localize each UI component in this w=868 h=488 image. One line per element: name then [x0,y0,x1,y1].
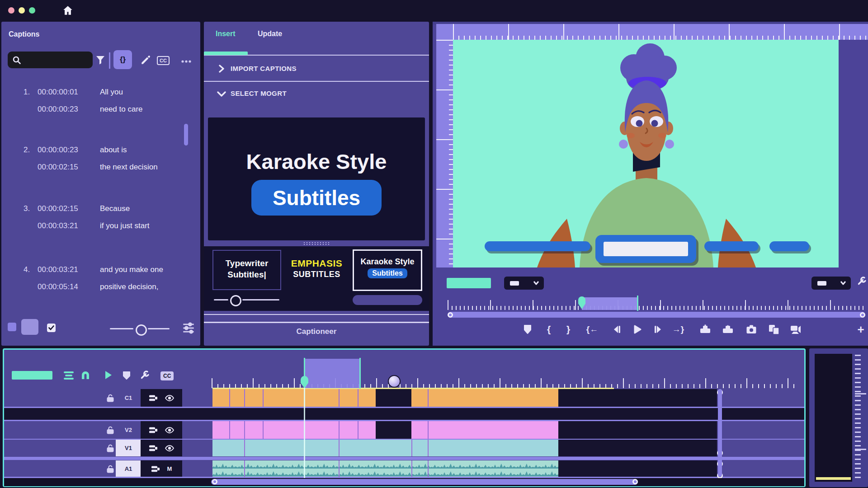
selection-arrow-icon[interactable] [103,370,113,380]
timeline-ruler[interactable] [212,378,797,388]
video-canvas[interactable] [453,40,839,267]
caption-row[interactable]: 2. 00:00:00:23 00:00:02:15 about is the … [1,145,200,174]
add-button-icon[interactable]: + [855,324,867,335]
track-target-icon[interactable] [149,394,158,402]
wrench-settings-icon[interactable] [140,370,151,380]
pencil-edit-icon[interactable] [140,53,152,66]
track-target-icon[interactable] [149,427,158,434]
video-clip[interactable] [212,440,558,456]
caption-row[interactable]: 3. 00:00:02:15 00:00:03:21 Because if yo… [1,204,200,232]
caption-braces-button[interactable]: {} [113,50,132,69]
mark-out-icon[interactable]: } [562,324,574,335]
hscroll-handle-right[interactable] [632,479,638,484]
tab-insert[interactable]: Insert [216,30,236,38]
zoom-slider-track-right[interactable] [148,328,170,329]
minimize-window-button[interactable] [19,7,25,14]
comparison-view-icon[interactable] [768,324,780,335]
timeline-hscroll-track[interactable] [4,478,804,486]
zoom-window-button[interactable] [29,7,35,14]
play-icon[interactable] [631,324,643,335]
go-to-out-icon[interactable]: →} [672,324,684,335]
lock-icon[interactable] [107,394,114,402]
timeline-playhead[interactable] [301,376,308,388]
caption-text-line1[interactable]: and you make one [100,265,163,274]
range-end-marker[interactable] [637,296,638,311]
thumb-strip-scrollbar[interactable] [353,295,422,305]
thumbnail-karaoke-selected[interactable]: Karaoke Style Subtitles [353,249,422,291]
caption-row[interactable]: 1. 00:00:00:01 00:00:00:23 All you need … [1,88,200,116]
go-to-in-icon[interactable]: {← [586,324,598,335]
thumbnail-small-icon[interactable] [8,323,16,331]
caption-text-line2[interactable]: need to care [100,105,143,114]
video-clip[interactable] [212,421,376,439]
export-frame-icon[interactable] [745,324,757,335]
mark-in-icon[interactable]: { [543,324,555,335]
thumb-slider-track-left[interactable] [214,299,228,300]
cc-badge-icon[interactable]: CC [160,371,174,380]
snap-magnet-icon[interactable] [80,370,91,380]
track-target-icon[interactable] [151,465,160,473]
monitor-playhead[interactable] [578,296,585,309]
wrench-settings-icon[interactable] [857,276,868,286]
caption-text-line2[interactable]: the next decision [100,163,158,172]
thumb-slider-track-right[interactable] [242,299,279,300]
settings-sliders-icon[interactable] [182,322,195,334]
mute-button[interactable]: M [167,465,172,472]
lock-icon[interactable] [107,465,114,473]
thumb-slider-knob[interactable] [230,295,241,306]
eye-visibility-icon[interactable] [165,445,174,451]
zoom-level-dropdown[interactable] [504,277,544,290]
cursor-ball[interactable] [388,375,401,388]
caption-text-line1[interactable]: All you [100,88,123,97]
monitor-time-ruler[interactable] [448,299,865,310]
track-label[interactable]: V2 [116,421,141,439]
track-label[interactable]: C1 [116,389,141,407]
step-back-icon[interactable] [611,324,623,335]
caption-text-line2[interactable]: positive decision, [100,282,158,291]
caption-row[interactable]: 4. 00:00:03:21 00:00:05:14 and you make … [1,265,200,293]
chevron-down-icon[interactable] [217,90,226,98]
lift-icon[interactable] [699,324,711,335]
section-import-captions[interactable]: IMPORT CAPTIONS [231,65,297,72]
caption-clip[interactable] [212,389,376,407]
home-icon[interactable] [62,5,74,16]
lock-icon[interactable] [107,426,114,434]
caption-text-line2[interactable]: if you just start [100,221,150,230]
menu-lines-icon[interactable] [63,371,75,380]
video-clip[interactable] [411,421,558,439]
multi-camera-icon[interactable] [790,324,802,335]
step-forward-icon[interactable] [652,324,664,335]
caption-text-line1[interactable]: about is [100,145,127,155]
timeline-hscroll-bar[interactable] [211,479,638,485]
monitor-scrollbar[interactable] [448,312,865,318]
add-marker-icon[interactable] [123,371,131,380]
chevron-right-icon[interactable] [218,65,225,73]
thumbnail-emphasis[interactable]: EMPHASIS SUBTITLES [282,250,352,290]
section-select-mogrt[interactable]: SELECT MOGRT [231,89,287,97]
eye-visibility-icon[interactable] [165,395,174,401]
resolution-dropdown[interactable] [811,277,851,290]
lock-icon[interactable] [107,444,114,452]
scrollbar-handle-left[interactable] [448,312,453,318]
caption-clip[interactable] [411,389,558,407]
filter-funnel-icon[interactable] [94,54,106,66]
add-marker-icon[interactable] [522,324,533,335]
captions-checkbox[interactable] [47,324,56,332]
caption-text-line1[interactable]: Because [100,204,130,213]
tab-update[interactable]: Update [258,30,282,38]
thumbnail-typewriter[interactable]: Typewriter Subtitles| [212,250,281,290]
drag-grip-dots[interactable] [303,242,330,245]
track-label-selected[interactable]: V1 [116,440,141,456]
cc-badge-icon[interactable]: CC [157,56,170,65]
zoom-slider-knob[interactable] [136,324,147,336]
more-ellipsis-icon[interactable] [180,59,192,64]
thumbnail-large-icon[interactable] [21,319,38,335]
close-window-button[interactable] [8,7,14,14]
timeline-vertical-scrollbar[interactable] [718,389,722,477]
hscroll-handle-left[interactable] [212,479,217,484]
scrollbar-handle-right[interactable] [860,312,865,318]
zoom-slider-track-left[interactable] [110,328,133,329]
captions-scrollbar[interactable] [184,124,188,145]
extract-icon[interactable] [722,324,734,335]
track-label-selected[interactable]: A1 [116,460,141,477]
